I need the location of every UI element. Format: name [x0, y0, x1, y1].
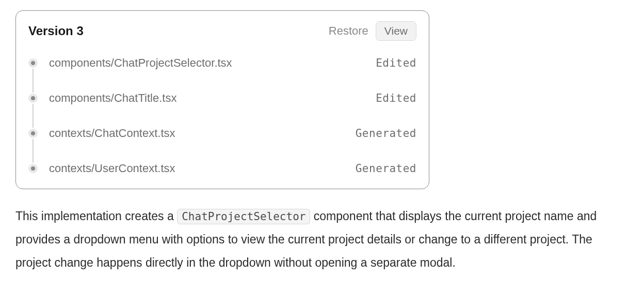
file-row[interactable]: components/ChatProjectSelector.tsx Edite… — [28, 52, 416, 74]
file-path: components/ChatTitle.tsx — [44, 87, 376, 109]
file-row[interactable]: contexts/ChatContext.tsx Generated — [28, 122, 416, 144]
restore-button[interactable]: Restore — [329, 24, 368, 38]
bullet-icon — [28, 129, 38, 138]
bullet-col — [28, 87, 44, 109]
header-actions: Restore View — [329, 21, 416, 41]
file-row[interactable]: components/ChatTitle.tsx Edited — [28, 87, 416, 109]
connector-spacer — [28, 144, 416, 158]
bullet-col — [28, 122, 44, 144]
version-title: Version 3 — [28, 24, 84, 38]
file-path: contexts/UserContext.tsx — [44, 158, 356, 179]
file-row[interactable]: contexts/UserContext.tsx Generated — [28, 158, 416, 179]
connector-spacer — [28, 109, 416, 122]
description-prefix: This implementation creates a — [15, 209, 177, 223]
file-status: Generated — [356, 127, 416, 140]
file-status: Edited — [376, 92, 416, 104]
version-card: Version 3 Restore View components/ChatPr… — [15, 10, 429, 189]
connector-spacer — [28, 74, 416, 87]
bullet-col — [28, 52, 44, 74]
bullet-icon — [28, 94, 38, 103]
bullet-icon — [28, 58, 38, 68]
file-path: components/ChatProjectSelector.tsx — [44, 52, 376, 74]
view-button[interactable]: View — [376, 21, 416, 41]
inline-code: ChatProjectSelector — [177, 209, 310, 224]
file-path: contexts/ChatContext.tsx — [44, 122, 356, 144]
version-header: Version 3 Restore View — [28, 21, 416, 41]
bullet-col — [28, 158, 44, 179]
description-paragraph: This implementation creates a ChatProjec… — [15, 205, 629, 274]
file-status: Edited — [376, 57, 416, 69]
file-status: Generated — [356, 162, 416, 175]
file-list: components/ChatProjectSelector.tsx Edite… — [28, 52, 416, 179]
bullet-icon — [28, 164, 38, 173]
